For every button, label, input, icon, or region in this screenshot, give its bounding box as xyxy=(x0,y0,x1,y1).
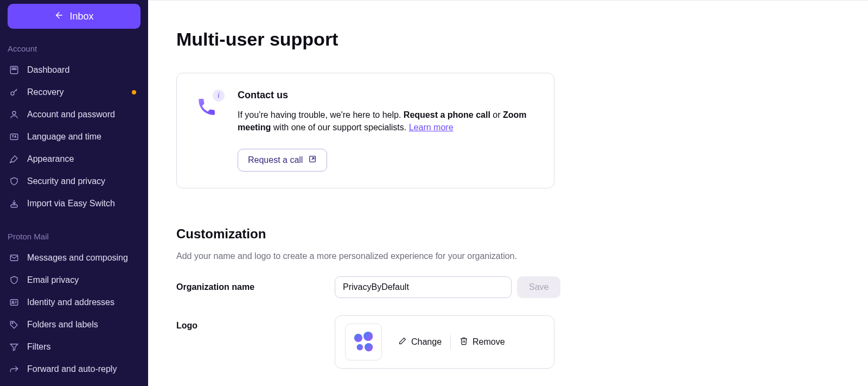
contact-description: If you're having trouble, we're here to … xyxy=(238,109,534,134)
sidebar-item-label: Recovery xyxy=(27,87,64,97)
org-name-input[interactable] xyxy=(335,276,512,298)
key-icon xyxy=(9,87,20,98)
user-icon xyxy=(9,109,20,120)
sidebar-item-label: Folders and labels xyxy=(27,320,98,330)
logo-actions: Change Remove xyxy=(393,334,510,350)
svg-point-19 xyxy=(365,343,373,351)
customization-title: Customization xyxy=(176,226,840,242)
svg-rect-3 xyxy=(15,68,16,69)
arrow-left-icon xyxy=(54,10,64,23)
request-call-label: Request a call xyxy=(248,155,303,165)
logo-preview xyxy=(345,324,382,360)
sidebar-item-folders-labels[interactable]: Folders and labels xyxy=(8,313,141,336)
sidebar-item-label: Filters xyxy=(27,342,51,352)
svg-rect-7 xyxy=(11,205,17,207)
inbox-button-label: Inbox xyxy=(69,11,93,22)
shield-icon xyxy=(9,275,20,286)
sidebar-item-identity-addresses[interactable]: Identity and addresses xyxy=(8,291,141,313)
sidebar-item-label: Forward and auto-reply xyxy=(27,364,117,374)
svg-point-16 xyxy=(354,334,362,342)
save-button[interactable]: Save xyxy=(517,276,560,298)
svg-point-18 xyxy=(357,344,363,351)
sidebar-item-filters[interactable]: Filters xyxy=(8,336,141,358)
notification-dot-icon xyxy=(132,90,136,94)
svg-point-5 xyxy=(12,111,16,115)
svg-rect-2 xyxy=(12,68,14,69)
trash-icon xyxy=(459,337,468,347)
svg-rect-9 xyxy=(10,299,18,305)
page-title: Multi-user support xyxy=(176,29,840,50)
id-card-icon xyxy=(9,297,20,308)
sidebar-item-appearance[interactable]: Appearance xyxy=(8,148,141,170)
sidebar-item-label: Import via Easy Switch xyxy=(27,199,115,208)
inbox-back-button[interactable]: Inbox xyxy=(8,4,141,29)
svg-point-17 xyxy=(363,332,373,341)
sidebar-item-recovery[interactable]: Recovery xyxy=(8,81,141,103)
org-name-label: Organization name xyxy=(176,282,335,292)
svg-marker-14 xyxy=(10,344,18,350)
svg-point-4 xyxy=(11,92,14,95)
phone-icon xyxy=(196,97,217,119)
logo-row: Logo xyxy=(176,315,840,369)
sidebar-item-label: Dashboard xyxy=(27,65,69,75)
external-link-icon xyxy=(308,155,317,166)
import-icon xyxy=(9,198,20,209)
logo-box: Change Remove xyxy=(335,315,554,369)
sidebar-item-label: Identity and addresses xyxy=(27,298,114,307)
change-logo-label: Change xyxy=(411,337,442,347)
change-logo-button[interactable]: Change xyxy=(393,334,447,350)
contact-phone-icon: i xyxy=(196,93,222,119)
sidebar-section-account: Account xyxy=(8,42,141,59)
org-name-row: Organization name Save xyxy=(176,276,840,298)
sidebar-item-label: Account and password xyxy=(27,110,115,119)
pencil-icon xyxy=(398,337,407,347)
sidebar-item-label: Email privacy xyxy=(27,275,79,285)
contact-title: Contact us xyxy=(238,90,534,101)
envelope-icon xyxy=(9,252,20,263)
customization-desc: Add your name and logo to create a more … xyxy=(176,251,840,261)
main-content: Multi-user support i Contact us xyxy=(148,0,868,386)
sidebar-item-label: Messages and composing xyxy=(27,253,128,263)
svg-rect-6 xyxy=(10,134,18,140)
sidebar-item-label: Appearance xyxy=(27,154,74,164)
sidebar-item-dashboard[interactable]: Dashboard xyxy=(8,59,141,81)
request-call-button[interactable]: Request a call xyxy=(238,149,327,172)
divider xyxy=(450,335,451,349)
remove-logo-label: Remove xyxy=(473,337,505,347)
settings-sidebar: Inbox Account Dashboard Recovery Account… xyxy=(0,0,148,386)
sidebar-item-label: Security and privacy xyxy=(27,176,105,186)
sidebar-item-messages-composing[interactable]: Messages and composing xyxy=(8,246,141,269)
svg-rect-1 xyxy=(10,66,18,74)
learn-more-link[interactable]: Learn more xyxy=(409,123,454,132)
sidebar-item-security-privacy[interactable]: Security and privacy xyxy=(8,170,141,192)
language-icon xyxy=(9,131,20,142)
sidebar-item-email-privacy[interactable]: Email privacy xyxy=(8,269,141,291)
sidebar-section-proton-mail: Proton Mail xyxy=(8,230,141,246)
sidebar-item-language-time[interactable]: Language and time xyxy=(8,125,141,148)
forward-icon xyxy=(9,364,20,375)
logo-label: Logo xyxy=(176,315,335,331)
info-icon: i xyxy=(213,90,225,102)
shield-icon xyxy=(9,176,20,187)
sidebar-item-import-easy-switch[interactable]: Import via Easy Switch xyxy=(8,192,141,214)
svg-point-10 xyxy=(12,301,14,302)
remove-logo-button[interactable]: Remove xyxy=(454,334,510,350)
dashboard-icon xyxy=(9,65,20,75)
org-logo-icon xyxy=(351,330,376,355)
svg-point-13 xyxy=(12,322,13,323)
sidebar-item-label: Language and time xyxy=(27,132,101,142)
tag-icon xyxy=(9,319,20,330)
brush-icon xyxy=(9,154,20,164)
sidebar-item-forward-autoreply[interactable]: Forward and auto-reply xyxy=(8,358,141,380)
funnel-icon xyxy=(9,341,20,352)
contact-us-card: i Contact us If you're having trouble, w… xyxy=(176,73,554,188)
sidebar-item-account-password[interactable]: Account and password xyxy=(8,103,141,125)
